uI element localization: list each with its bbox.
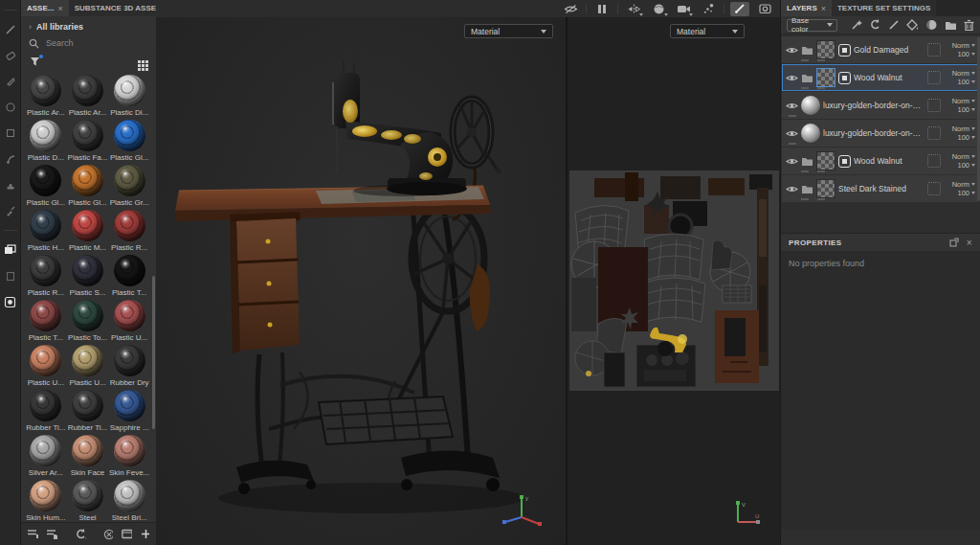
detach-icon[interactable] [949,238,959,247]
visibility-eye-icon[interactable] [786,46,798,55]
layer-row[interactable]: Wood Walnut Norm 100 [782,64,979,91]
folder-icon[interactable] [801,73,813,83]
folder-icon[interactable] [801,45,813,56]
material-swatch[interactable]: Plastic Gr... [108,165,150,210]
mask-placeholder[interactable] [927,182,941,195]
visibility-off-icon[interactable] [561,2,580,16]
library-folder-icon[interactable] [47,529,57,539]
paint-tool-icon[interactable] [4,23,17,36]
material-swatch[interactable]: Silver Ar... [25,435,67,480]
material-swatch[interactable]: Plastic R... [25,255,67,300]
visibility-eye-icon[interactable] [786,129,798,138]
close-icon[interactable]: × [57,4,62,13]
mask-placeholder[interactable] [927,71,941,84]
opacity-dropdown[interactable]: 100 [957,79,975,86]
material-swatch[interactable]: Skin Hum... [25,480,67,522]
add-icon[interactable] [141,529,149,539]
material-swatch[interactable]: Plastic M... [67,210,109,255]
mask-placeholder[interactable] [927,99,941,112]
material-swatch[interactable]: Plastic Gl... [67,165,109,210]
material-swatch[interactable]: Rubber Ti... [67,390,109,435]
polygon-fill-tool-icon[interactable] [4,101,17,114]
paint-mode-icon[interactable] [730,2,749,16]
blend-mode-dropdown[interactable]: Norm [952,42,975,50]
opacity-dropdown[interactable]: 100 [957,190,975,197]
add-paint-layer-icon[interactable] [888,19,900,32]
clone-tool-icon[interactable] [4,152,17,166]
opacity-dropdown[interactable]: 100 [957,106,975,114]
layer-row[interactable]: luxury-golden-border-on-dark-back... Nor… [782,92,979,119]
library-breadcrumb[interactable]: › All libraries [21,16,156,34]
layer-row[interactable]: Gold Damaged Norm 100 [782,36,979,63]
mask-placeholder[interactable] [927,154,941,168]
material-swatch[interactable]: Plastic Ar... [25,75,67,120]
add-effect-icon[interactable] [851,19,862,32]
layer-thumbnail[interactable] [816,40,835,59]
material-swatch[interactable]: Plastic Gl... [108,120,150,165]
material-swatch[interactable]: Plastic D... [25,120,67,165]
blend-mode-dropdown[interactable]: Norm [952,153,975,161]
material-swatch[interactable]: Plastic T... [108,255,150,300]
blend-mode-dropdown[interactable]: Norm [952,98,975,105]
material-swatch[interactable]: Plastic T... [25,300,67,345]
material-swatch[interactable]: Plastic Ar... [67,75,109,120]
orientation-gizmo-3d[interactable]: y [499,491,545,532]
visibility-eye-icon[interactable] [786,102,798,110]
blend-mode-dropdown[interactable]: Norm [952,181,975,189]
mask-placeholder[interactable] [927,43,941,57]
add-group-icon[interactable] [945,19,957,32]
projection-tool-icon[interactable] [4,75,17,88]
stencil-tool-icon[interactable] [4,269,17,283]
blend-mode-dropdown[interactable]: Norm [952,125,975,133]
opacity-dropdown[interactable]: 100 [957,134,975,142]
viewer-settings-icon[interactable] [4,295,17,308]
layer-thumbnail[interactable] [801,96,820,115]
material-swatch[interactable]: Plastic R... [108,210,150,255]
filter-funnel-icon[interactable] [30,57,41,67]
pause-icon[interactable] [592,2,612,16]
disabled-icon[interactable] [103,529,113,540]
sync-icon[interactable] [75,529,86,539]
material-swatch[interactable]: Plastic Gl... [25,165,67,210]
material-swatch[interactable]: Plastic To... [67,300,109,345]
add-smart-material-icon[interactable] [869,19,881,32]
close-icon[interactable]: × [821,4,826,13]
close-icon[interactable]: × [967,238,972,248]
assets-shelf-icon[interactable] [4,243,17,257]
environment-icon[interactable] [649,2,668,16]
grid-view-icon[interactable] [138,60,141,63]
symmetry-icon[interactable] [624,2,643,16]
material-swatch[interactable]: Plastic U... [67,345,109,390]
blend-mode-dropdown[interactable]: Norm [952,70,975,78]
add-smart-mask-icon[interactable] [925,19,938,32]
material-swatch[interactable]: Plastic U... [25,345,67,390]
add-fill-layer-icon[interactable] [906,19,919,32]
layer-thumbnail[interactable] [816,151,835,170]
material-swatch[interactable]: Skin Face [67,435,109,480]
shader-dropdown-2d[interactable]: Material [670,24,745,38]
material-swatch[interactable]: Steel [67,480,109,522]
layer-row[interactable]: Steel Dark Stained Norm 100 [782,175,979,202]
visibility-eye-icon[interactable] [786,185,798,193]
visibility-eye-icon[interactable] [786,157,798,166]
delete-layer-icon[interactable] [964,19,974,32]
smudge-tool-icon[interactable] [4,126,17,140]
camera-icon[interactable] [674,2,693,16]
mask-thumbnail[interactable] [838,44,851,57]
channel-dropdown[interactable]: Base color [787,19,837,32]
folder-icon[interactable] [801,156,813,167]
mask-thumbnail[interactable] [838,72,851,84]
material-swatch[interactable]: Steel Bri... [108,480,150,522]
assets-scrollbar[interactable] [152,276,155,429]
stamp-tool-icon[interactable] [4,178,17,192]
opacity-dropdown[interactable]: 100 [957,51,975,58]
layer-row[interactable]: luxury-golden-border-on-dark-back... Nor… [782,120,979,147]
material-swatch[interactable]: Sapphire ... [108,390,150,435]
library-list-icon[interactable] [28,529,38,539]
material-swatch[interactable]: Rubber Dry [108,345,150,390]
eraser-tool-icon[interactable] [4,49,17,62]
display-settings-icon[interactable] [755,2,774,16]
opacity-dropdown[interactable]: 100 [957,162,975,170]
material-swatch[interactable]: Plastic S... [67,255,109,300]
visibility-eye-icon[interactable] [786,74,798,82]
